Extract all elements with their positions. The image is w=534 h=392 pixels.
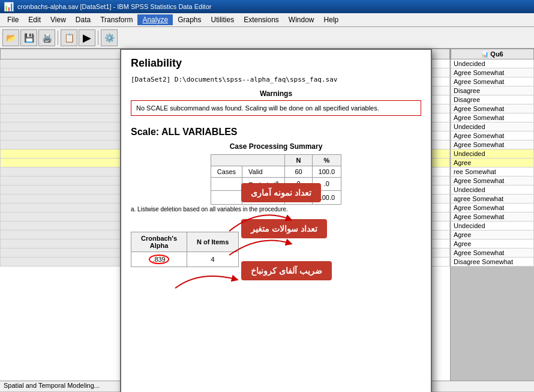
right-table-row: Agree bbox=[451, 158, 534, 167]
right-table-row: Disagree Somewhat bbox=[451, 258, 534, 267]
qu6-cell: Disagree Somewhat bbox=[451, 258, 534, 267]
warnings-box: No SCALE subcommand was found. Scaling w… bbox=[131, 100, 421, 116]
right-table-row: agree Somewhat bbox=[451, 194, 534, 204]
qu6-cell: Agree bbox=[451, 158, 534, 167]
arrow-cronbach bbox=[169, 264, 241, 296]
cp-header-pct: % bbox=[312, 155, 341, 166]
right-table-row: Undecided bbox=[451, 222, 534, 231]
right-table-row: Agree Somewhat bbox=[451, 176, 534, 185]
qu6-cell: Agree Somewhat bbox=[451, 131, 534, 140]
right-col: 📊 Qu6 UndecidedAgree SomewhatAgree Somew… bbox=[450, 49, 534, 391]
qu6-cell: Agree Somewhat bbox=[451, 140, 534, 149]
warnings-title: Warnings bbox=[131, 89, 421, 98]
qu6-cell: Agree Somewhat bbox=[451, 104, 534, 113]
col-qu6-label: Qu6 bbox=[490, 50, 503, 58]
menu-bar: File Edit View Data Transform Analyze Gr… bbox=[0, 13, 534, 27]
menu-extensions[interactable]: Extensions bbox=[239, 14, 284, 25]
rel-header-alpha: Cronbach'sAlpha bbox=[131, 232, 187, 252]
toolbar-separator-2 bbox=[98, 31, 98, 45]
right-table-row: Undecided bbox=[451, 149, 534, 158]
qu6-cell: Undecided bbox=[451, 149, 534, 158]
cp-row-valid: Cases Valid 60 100.0 bbox=[211, 166, 341, 178]
qu6-cell: Agree Somewhat bbox=[451, 113, 534, 122]
main-layout: 📊 Qu1 1 Agree Somewhat 2 Disagree 3 Disa… bbox=[0, 49, 534, 391]
reliability-dialog[interactable]: Reliability [DataSet2] D:\documents\spss… bbox=[120, 49, 432, 392]
menu-help[interactable]: Help bbox=[319, 14, 344, 25]
qu6-cell: Agree Somewhat bbox=[451, 68, 534, 77]
cp-empty-label bbox=[211, 178, 242, 191]
right-table-row: Agree Somewhat bbox=[451, 213, 534, 222]
dialog-path: [DataSet2] D:\documents\spss--alpha_faq\… bbox=[121, 73, 431, 89]
menu-utilities[interactable]: Utilities bbox=[206, 14, 239, 25]
warnings-text: No SCALE subcommand was found. Scaling w… bbox=[136, 104, 379, 112]
title-text: cronbachs-alpha.sav [DataSet1] - IBM SPS… bbox=[17, 3, 211, 10]
right-table-row: Agree Somewhat bbox=[451, 140, 534, 149]
qu6-cell: Undecided bbox=[451, 185, 534, 194]
warnings-section: Warnings No SCALE subcommand was found. … bbox=[121, 89, 431, 122]
qu6-cell: Agree Somewhat bbox=[451, 204, 534, 213]
right-table-row: Agree Somewhat bbox=[451, 204, 534, 213]
right-table-row: Agree Somewhat bbox=[451, 77, 534, 86]
case-processing-title: Case Processing Summary bbox=[131, 142, 421, 151]
toolbar: 📂 💾 🖨️ 📋 ▶ ⚙️ bbox=[0, 27, 534, 49]
right-table-row: Agree Somewhat bbox=[451, 68, 534, 77]
right-table-row: Agree bbox=[451, 231, 534, 240]
right-table-row: Agree Somewhat bbox=[451, 249, 534, 258]
annotation-sample: تعداد نمونه آماری bbox=[241, 183, 321, 202]
save-button[interactable]: 💾 bbox=[20, 29, 37, 46]
toolbar-btn-4[interactable]: 📋 bbox=[61, 29, 77, 46]
arrow-variables bbox=[223, 231, 295, 263]
cp-header-n: N bbox=[285, 155, 312, 166]
cp-header-label bbox=[211, 155, 285, 166]
right-table-row: Agree Somewhat bbox=[451, 104, 534, 113]
right-table-row: Disagree bbox=[451, 86, 534, 95]
right-table-row: Agree Somewhat bbox=[451, 113, 534, 122]
menu-view[interactable]: View bbox=[46, 14, 71, 25]
title-bar: 📊 cronbachs-alpha.sav [DataSet1] - IBM S… bbox=[0, 0, 534, 13]
right-table-row: Agree bbox=[451, 240, 534, 249]
menu-window[interactable]: Window bbox=[284, 14, 319, 25]
right-data-table: 📊 Qu6 UndecidedAgree SomewhatAgree Somew… bbox=[451, 49, 534, 267]
menu-edit[interactable]: Edit bbox=[23, 14, 46, 25]
menu-data[interactable]: Data bbox=[71, 14, 95, 25]
toolbar-btn-6[interactable]: ⚙️ bbox=[101, 29, 118, 46]
annotation-area: تعداد نمونه آماری تعداد سوالات متغیر bbox=[121, 273, 431, 381]
cp-valid-pct: 100.0 bbox=[312, 166, 341, 178]
right-table-row: Undecided bbox=[451, 122, 534, 131]
qu6-cell: Disagree bbox=[451, 95, 534, 104]
right-table-row: Disagree bbox=[451, 95, 534, 104]
qu6-cell: Agree Somewhat bbox=[451, 213, 534, 222]
col-qu6-header[interactable]: 📊 Qu6 bbox=[451, 49, 534, 59]
annotation-cronbach: ضریب آلفای کرونباخ bbox=[241, 261, 332, 280]
open-button[interactable]: 📂 bbox=[2, 29, 19, 46]
qu6-cell: ree Somewhat bbox=[451, 167, 534, 176]
qu6-cell: agree Somewhat bbox=[451, 194, 534, 204]
qu6-cell: Agree Somewhat bbox=[451, 249, 534, 258]
right-table-row: Agree Somewhat bbox=[451, 131, 534, 140]
right-table-row: Undecided bbox=[451, 59, 534, 68]
right-table-row: ree Somewhat bbox=[451, 167, 534, 176]
menu-analyze[interactable]: Analyze bbox=[137, 14, 173, 25]
status-text: Spatial and Temporal Modeling... bbox=[4, 382, 100, 389]
dialog-title: Reliability bbox=[121, 50, 431, 73]
scale-title: Scale: ALL VARIABLES bbox=[121, 122, 431, 142]
cp-valid-label: Valid bbox=[242, 166, 285, 178]
qu6-cell: Agree bbox=[451, 231, 534, 240]
cp-valid-n: 60 bbox=[285, 166, 312, 178]
menu-graphs[interactable]: Graphs bbox=[173, 14, 206, 25]
print-button[interactable]: 🖨️ bbox=[38, 29, 55, 46]
alpha-circled: .839 bbox=[149, 255, 169, 264]
qu6-cell: Undecided bbox=[451, 122, 534, 131]
toolbar-btn-5[interactable]: ▶ bbox=[79, 29, 95, 46]
qu6-cell: Agree Somewhat bbox=[451, 176, 534, 185]
menu-transform[interactable]: Transform bbox=[95, 14, 137, 25]
qu6-cell: Disagree bbox=[451, 86, 534, 95]
toolbar-separator bbox=[58, 31, 58, 45]
app-icon: 📊 bbox=[4, 2, 14, 11]
menu-file[interactable]: File bbox=[2, 14, 23, 25]
qu6-cell: Undecided bbox=[451, 222, 534, 231]
qu6-cell: Agree Somewhat bbox=[451, 77, 534, 86]
col-qu6-icon: 📊 bbox=[481, 51, 488, 58]
qu6-cell: Agree bbox=[451, 240, 534, 249]
qu6-cell: Undecided bbox=[451, 59, 534, 68]
